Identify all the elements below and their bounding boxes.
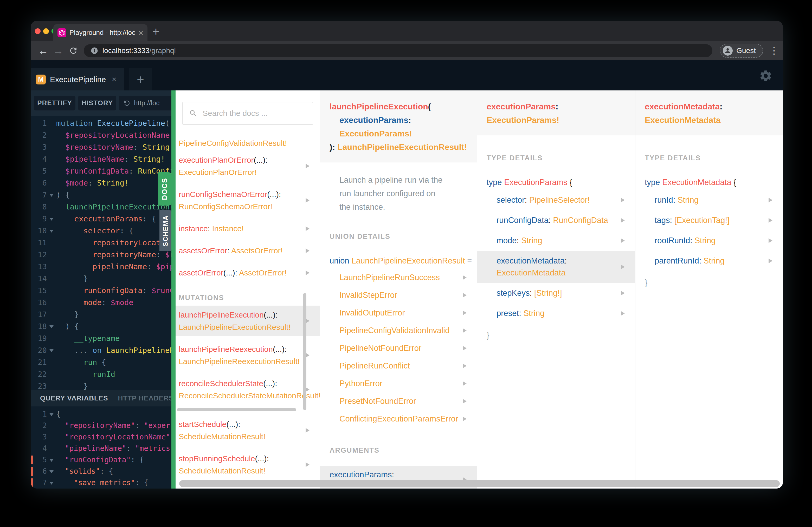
chevron-right-icon[interactable]: [306, 271, 309, 275]
fold-arrow-icon[interactable]: [47, 320, 56, 332]
close-window-button[interactable]: [35, 28, 41, 34]
docs-horizontal-scrollbar[interactable]: [179, 480, 780, 487]
union-type-item[interactable]: ConflictingExecutionParamsError: [320, 410, 477, 428]
code-line[interactable]: 19 __typename: [31, 332, 171, 344]
code-line[interactable]: 3 $repositoryName: String!: [31, 141, 171, 153]
chevron-right-icon[interactable]: [621, 311, 625, 316]
code-line[interactable]: 16 mode: $mode: [31, 297, 171, 308]
union-type-item[interactable]: InvalidStepError: [320, 286, 477, 304]
variables-editor[interactable]: 1{2 "repositoryName": "exper3 "repositor…: [31, 406, 171, 488]
type-field-row[interactable]: runId: String: [635, 190, 783, 210]
chevron-right-icon[interactable]: [306, 428, 309, 433]
type-field-row[interactable]: parentRunId: String: [635, 251, 783, 271]
profile-button[interactable]: Guest: [720, 44, 763, 58]
tab-http-headers[interactable]: HTTP HEADERS: [118, 394, 171, 402]
reload-button[interactable]: [67, 44, 80, 57]
code-line[interactable]: 1mutation ExecutePipeline(: [31, 117, 171, 129]
union-type-item[interactable]: PresetNotFoundError: [320, 392, 477, 410]
code-line[interactable]: 6 $mode: String!: [31, 177, 171, 189]
code-line[interactable]: 8 launchPipelineExecution(: [31, 201, 171, 213]
code-line[interactable]: 17 }: [31, 308, 171, 320]
chevron-right-icon[interactable]: [306, 164, 309, 168]
code-line[interactable]: 7 "save_metrics": {: [31, 477, 171, 488]
code-line[interactable]: 5 "runConfigData": {: [31, 454, 171, 466]
prettify-button[interactable]: PRETTIFY: [34, 96, 75, 110]
chevron-right-icon[interactable]: [463, 381, 467, 386]
code-line[interactable]: 2 "repositoryName": "exper: [31, 420, 171, 431]
chevron-right-icon[interactable]: [769, 238, 772, 243]
code-line[interactable]: 11 repositoryLocationName: $repositoryLo…: [31, 237, 171, 249]
code-line[interactable]: 20 ... on LaunchPipelineRunSuccess {: [31, 344, 171, 356]
doc-field-item[interactable]: assetsOrError: AssetsOrError!: [176, 241, 320, 260]
code-line[interactable]: 10 selector: {: [31, 225, 171, 237]
type-field-row[interactable]: stepKeys: [String!]: [477, 283, 635, 303]
chevron-right-icon[interactable]: [463, 275, 467, 280]
type-field-row[interactable]: tags: [ExecutionTag!]: [635, 210, 783, 230]
fold-arrow-icon[interactable]: [47, 477, 56, 488]
doc-field-item[interactable]: instance: Instance!: [176, 219, 320, 238]
doc-field-item[interactable]: runConfigSchemaOrError(...):RunConfigSch…: [176, 185, 320, 216]
type-field-row[interactable]: selector: PipelineSelector!: [477, 190, 635, 210]
schema-sidetab[interactable]: SCHEMA: [159, 210, 171, 251]
playground-new-tab-button[interactable]: +: [129, 68, 152, 90]
doc-field-item[interactable]: launchPipelineReexecution(...):LaunchPip…: [176, 340, 320, 371]
type-field-row[interactable]: preset: String: [477, 303, 635, 323]
docs-sidetab[interactable]: DOCS: [158, 172, 171, 206]
chevron-right-icon[interactable]: [463, 293, 467, 298]
tab-query-variables[interactable]: QUERY VARIABLES: [40, 394, 108, 402]
code-line[interactable]: 2 $repositoryLocationName: String!: [31, 129, 171, 141]
doc-field-item[interactable]: startSchedule(...):ScheduleMutationResul…: [176, 415, 320, 446]
type-field-row[interactable]: runConfigData: RunConfigData: [477, 210, 635, 230]
code-line[interactable]: 18 ) {: [31, 320, 171, 332]
union-type-item[interactable]: LaunchPipelineRunSuccess: [320, 269, 477, 286]
code-line[interactable]: 13 pipelineName: $pipelineName: [31, 261, 171, 273]
endpoint-input[interactable]: http://loc: [119, 96, 171, 110]
union-type-item[interactable]: InvalidOutputError: [320, 304, 477, 322]
playground-tab-close-icon[interactable]: ×: [112, 75, 117, 84]
doc-field-item[interactable]: reconcileSchedulerState(...):ReconcileSc…: [176, 374, 320, 405]
chevron-right-icon[interactable]: [621, 198, 625, 202]
union-type-item[interactable]: PythonError: [320, 375, 477, 392]
fold-arrow-icon[interactable]: [47, 189, 56, 201]
url-bar[interactable]: localhost:3333/graphql: [84, 44, 712, 57]
doc-field-item[interactable]: launchPipelineExecution(...):LaunchPipel…: [176, 305, 320, 336]
fold-arrow-icon[interactable]: [47, 213, 56, 225]
minimize-window-button[interactable]: [43, 28, 49, 34]
chevron-right-icon[interactable]: [463, 417, 467, 421]
chevron-right-icon[interactable]: [463, 346, 467, 350]
chevron-right-icon[interactable]: [463, 363, 467, 368]
type-field-row[interactable]: mode: String: [477, 231, 635, 251]
forward-button[interactable]: →: [52, 44, 65, 57]
code-line[interactable]: 14 }: [31, 273, 171, 285]
chevron-right-icon[interactable]: [306, 462, 309, 467]
list-horizontal-scrollbar[interactable]: [177, 408, 296, 411]
doc-field-item[interactable]: executionPlanOrError(...):ExecutionPlanO…: [176, 151, 320, 181]
settings-gear-icon[interactable]: [759, 69, 772, 82]
code-line[interactable]: 21 run {: [31, 356, 171, 368]
type-field-row[interactable]: rootRunId: String: [635, 231, 783, 251]
union-type-item[interactable]: PipelineNotFoundError: [320, 340, 477, 357]
fold-arrow-icon[interactable]: [47, 408, 56, 420]
code-line[interactable]: 3 "repositoryLocationName":: [31, 431, 171, 443]
code-line[interactable]: 1{: [31, 408, 171, 420]
chevron-right-icon[interactable]: [306, 249, 309, 253]
fold-arrow-icon[interactable]: [47, 225, 56, 237]
chevron-right-icon[interactable]: [463, 399, 467, 404]
fold-arrow-icon[interactable]: [47, 344, 56, 356]
fold-arrow-icon[interactable]: [47, 454, 56, 466]
chevron-right-icon[interactable]: [463, 328, 467, 333]
playground-tab[interactable]: M ExecutePipeline ×: [31, 68, 124, 90]
chevron-right-icon[interactable]: [621, 265, 625, 269]
union-type-item[interactable]: PipelineConfigValidationInvalid: [320, 322, 477, 340]
chevron-right-icon[interactable]: [621, 291, 625, 296]
browser-menu-icon[interactable]: ⋮: [769, 45, 777, 56]
union-type-item[interactable]: PipelineRunConflict: [320, 357, 477, 375]
chevron-right-icon[interactable]: [621, 218, 625, 223]
chevron-right-icon[interactable]: [306, 198, 309, 203]
code-line[interactable]: 15 runConfigData: $runConfigData: [31, 285, 171, 297]
code-line[interactable]: 7) {: [31, 189, 171, 201]
docs-search-input[interactable]: [202, 109, 306, 118]
fold-arrow-icon[interactable]: [47, 466, 56, 477]
code-line[interactable]: 6 "solids": {: [31, 466, 171, 477]
code-line[interactable]: 4 "pipelineName": "metrics: [31, 443, 171, 454]
